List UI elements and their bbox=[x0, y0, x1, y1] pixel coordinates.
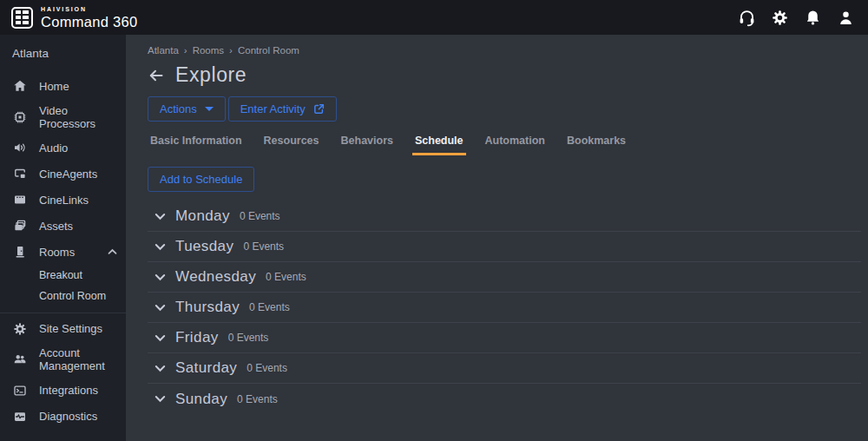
chevron-up-icon bbox=[108, 248, 117, 255]
sidebar-item-assets[interactable]: Assets bbox=[0, 213, 126, 239]
sidebar-item-cineagents[interactable]: CineAgents bbox=[0, 161, 126, 187]
chevron-down-icon bbox=[155, 273, 166, 281]
back-arrow-icon[interactable] bbox=[148, 66, 166, 84]
day-row-monday[interactable]: Monday 0 Events bbox=[148, 201, 861, 232]
sidebar-subitem-control-room[interactable]: Control Room bbox=[0, 286, 126, 306]
account-person-icon[interactable] bbox=[836, 8, 856, 28]
cineagents-screens-icon bbox=[11, 166, 28, 182]
day-row-saturday[interactable]: Saturday 0 Events bbox=[148, 353, 861, 384]
topbar-icons bbox=[737, 8, 858, 28]
tab-resources[interactable]: Resources bbox=[261, 135, 322, 155]
notifications-bell-icon[interactable] bbox=[803, 8, 823, 28]
sidebar-item-video-processors[interactable]: Video Processors bbox=[0, 99, 126, 135]
tab-behaviors[interactable]: Behaviors bbox=[339, 135, 396, 155]
terminal-icon bbox=[11, 382, 28, 398]
sidebar: Atlanta Home Vid bbox=[0, 35, 126, 441]
sidebar-subitem-breakout[interactable]: Breakout bbox=[0, 265, 126, 286]
tab-schedule[interactable]: Schedule bbox=[412, 135, 466, 155]
breadcrumb-separator: › bbox=[229, 45, 233, 56]
actions-button[interactable]: Actions bbox=[148, 96, 226, 122]
chevron-down-icon bbox=[155, 213, 166, 220]
day-row-wednesday[interactable]: Wednesday 0 Events bbox=[148, 262, 861, 293]
assets-layers-icon bbox=[11, 218, 28, 234]
action-buttons: Actions Enter Activity bbox=[148, 96, 863, 122]
site-label: Atlanta bbox=[0, 41, 126, 73]
breadcrumb: Atlanta › Rooms › Control Room bbox=[148, 45, 863, 56]
tab-automation[interactable]: Automation bbox=[483, 135, 548, 155]
tab-basic-information[interactable]: Basic Information bbox=[148, 135, 245, 155]
main-content: Atlanta › Rooms › Control Room Explore A… bbox=[126, 35, 868, 441]
sidebar-item-integrations[interactable]: Integrations bbox=[0, 378, 126, 404]
sidebar-item-audio[interactable]: Audio bbox=[0, 135, 126, 161]
sidebar-item-diagnostics[interactable]: Diagnostics bbox=[0, 404, 126, 430]
breadcrumb-control-room[interactable]: Control Room bbox=[238, 45, 299, 56]
breadcrumb-rooms[interactable]: Rooms bbox=[193, 45, 224, 56]
sidebar-item-site-settings[interactable]: Site Settings bbox=[0, 313, 126, 342]
audio-speaker-icon bbox=[11, 140, 28, 156]
add-to-schedule-button[interactable]: Add to Schedule bbox=[148, 167, 254, 192]
brand: HAIVISION Command 360 bbox=[11, 6, 138, 29]
gear-icon bbox=[11, 320, 28, 337]
external-link-icon bbox=[313, 103, 325, 115]
day-row-tuesday[interactable]: Tuesday 0 Events bbox=[148, 232, 861, 262]
chevron-down-icon bbox=[155, 365, 166, 372]
haivision-logo-icon bbox=[11, 7, 33, 29]
settings-gear-icon[interactable] bbox=[770, 8, 790, 28]
enter-activity-button[interactable]: Enter Activity bbox=[228, 96, 337, 122]
topbar: HAIVISION Command 360 bbox=[0, 0, 868, 35]
day-row-thursday[interactable]: Thursday 0 Events bbox=[148, 293, 861, 323]
brand-command360-label: Command 360 bbox=[41, 15, 138, 30]
sidebar-item-rooms[interactable]: Rooms bbox=[0, 239, 126, 265]
tab-bookmarks[interactable]: Bookmarks bbox=[564, 135, 628, 155]
pulse-chart-icon bbox=[11, 408, 28, 425]
sidebar-nav: Home Video Processors bbox=[0, 73, 126, 430]
breadcrumb-atlanta[interactable]: Atlanta bbox=[148, 45, 179, 56]
day-row-sunday[interactable]: Sunday 0 Events bbox=[148, 384, 861, 414]
tab-bar: Basic Information Resources Behaviors Sc… bbox=[148, 135, 863, 155]
chevron-down-icon bbox=[155, 304, 166, 312]
video-processor-icon bbox=[11, 109, 28, 125]
app-window: HAIVISION Command 360 bbox=[0, 0, 868, 441]
sidebar-item-account-management[interactable]: Account Management bbox=[0, 342, 126, 378]
sidebar-item-cinelinks[interactable]: CineLinks bbox=[0, 187, 126, 213]
sidebar-item-home[interactable]: Home bbox=[0, 73, 126, 99]
support-headset-icon[interactable] bbox=[737, 8, 757, 28]
schedule-day-list: Monday 0 Events Tuesday 0 Events Wednesd… bbox=[148, 201, 861, 414]
rooms-door-icon bbox=[11, 244, 28, 260]
day-row-friday[interactable]: Friday 0 Events bbox=[148, 323, 861, 353]
breadcrumb-separator: › bbox=[184, 45, 187, 56]
chevron-down-icon bbox=[155, 334, 166, 342]
chevron-down-icon bbox=[155, 395, 166, 403]
cinelinks-display-icon bbox=[11, 192, 28, 208]
chevron-down-icon bbox=[155, 243, 166, 251]
home-icon bbox=[11, 78, 28, 95]
caret-down-icon bbox=[205, 107, 214, 111]
page-title: Explore bbox=[175, 63, 247, 87]
brand-haivision-label: HAIVISION bbox=[41, 6, 138, 12]
title-row: Explore bbox=[148, 63, 863, 87]
people-icon bbox=[11, 352, 28, 368]
